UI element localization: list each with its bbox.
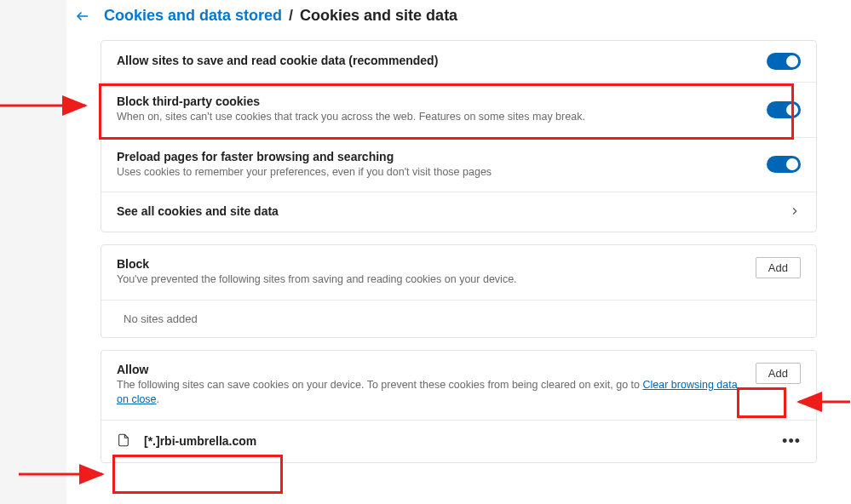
see-all-row[interactable]: See all cookies and site data [101, 192, 816, 232]
block-third-title: Block third-party cookies [117, 94, 756, 108]
allow-site-row: [*.]rbi-umbrella.com ••• [101, 421, 816, 462]
breadcrumb-sep: / [289, 7, 293, 25]
chevron-right-icon [789, 205, 801, 220]
allow-desc-post: . [157, 393, 159, 405]
block-card: Block You've prevented the following sit… [101, 244, 817, 338]
block-title: Block [117, 257, 745, 271]
preload-title: Preload pages for faster browsing and se… [117, 150, 756, 163]
back-arrow-icon[interactable] [75, 9, 90, 24]
cookie-settings-card: Allow sites to save and read cookie data… [101, 40, 817, 232]
file-icon [117, 432, 130, 450]
allow-header-row: Allow The following sites can save cooki… [101, 351, 816, 421]
breadcrumb-current: Cookies and site data [300, 7, 457, 25]
allow-save-toggle[interactable] [767, 53, 801, 70]
allow-save-row: Allow sites to save and read cookie data… [101, 41, 816, 83]
preload-toggle[interactable] [767, 156, 801, 173]
block-third-toggle[interactable] [767, 101, 801, 118]
breadcrumb: Cookies and data stored / Cookies and si… [73, 7, 817, 25]
block-desc: You've prevented the following sites fro… [117, 272, 745, 288]
breadcrumb-link[interactable]: Cookies and data stored [104, 7, 282, 25]
preload-desc: Uses cookies to remember your preference… [117, 165, 756, 180]
block-add-button[interactable]: Add [756, 257, 801, 278]
allow-card: Allow The following sites can save cooki… [101, 350, 817, 463]
allow-desc-pre: The following sites can save cookies on … [117, 379, 642, 391]
preload-row: Preload pages for faster browsing and se… [101, 138, 816, 193]
block-third-party-row: Block third-party cookies When on, sites… [101, 83, 816, 138]
see-all-title: See all cookies and site data [117, 204, 779, 218]
block-third-desc: When on, sites can't use cookies that tr… [117, 110, 756, 125]
allow-site-domain: [*.]rbi-umbrella.com [144, 434, 256, 448]
block-header-row: Block You've prevented the following sit… [101, 245, 816, 301]
more-icon[interactable]: ••• [782, 432, 801, 450]
allow-add-button[interactable]: Add [756, 363, 801, 384]
allow-desc: The following sites can save cookies on … [117, 378, 745, 408]
allow-save-title: Allow sites to save and read cookie data… [117, 54, 756, 67]
block-empty: No sites added [101, 301, 816, 337]
allow-title: Allow [117, 363, 745, 376]
